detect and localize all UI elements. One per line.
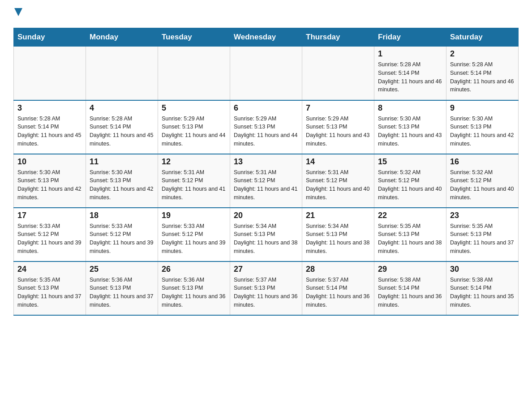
day-info: Sunrise: 5:29 AMSunset: 5:13 PMDaylight:…	[162, 115, 226, 148]
calendar-cell: 2Sunrise: 5:28 AMSunset: 5:14 PMDaylight…	[446, 47, 519, 100]
calendar-table: SundayMondayTuesdayWednesdayThursdayFrid…	[13, 28, 519, 316]
calendar-cell	[302, 47, 374, 100]
column-header-wednesday: Wednesday	[230, 28, 302, 47]
calendar-cell: 14Sunrise: 5:31 AMSunset: 5:12 PMDayligh…	[302, 154, 374, 208]
calendar-cell	[86, 47, 158, 100]
day-number: 11	[90, 157, 154, 167]
day-info: Sunrise: 5:38 AMSunset: 5:14 PMDaylight:…	[378, 276, 442, 309]
day-number: 27	[234, 265, 298, 274]
day-info: Sunrise: 5:35 AMSunset: 5:13 PMDaylight:…	[450, 222, 515, 256]
day-info: Sunrise: 5:30 AMSunset: 5:13 PMDaylight:…	[378, 115, 442, 148]
day-number: 3	[17, 103, 82, 113]
day-number: 21	[306, 211, 370, 220]
day-info: Sunrise: 5:29 AMSunset: 5:13 PMDaylight:…	[234, 115, 298, 148]
logo-triangle-icon	[14, 8, 22, 16]
logo	[13, 9, 22, 19]
day-number: 18	[90, 211, 154, 220]
day-number: 9	[450, 103, 515, 113]
calendar-cell: 19Sunrise: 5:33 AMSunset: 5:12 PMDayligh…	[158, 208, 230, 261]
calendar-cell: 21Sunrise: 5:34 AMSunset: 5:13 PMDayligh…	[302, 208, 374, 261]
calendar-cell: 24Sunrise: 5:35 AMSunset: 5:13 PMDayligh…	[14, 261, 86, 315]
day-info: Sunrise: 5:31 AMSunset: 5:12 PMDaylight:…	[306, 168, 370, 202]
day-info: Sunrise: 5:28 AMSunset: 5:14 PMDaylight:…	[90, 115, 154, 148]
column-header-saturday: Saturday	[446, 28, 519, 47]
day-number: 12	[162, 157, 226, 167]
calendar-week-row: 3Sunrise: 5:28 AMSunset: 5:14 PMDaylight…	[14, 100, 519, 154]
day-info: Sunrise: 5:36 AMSunset: 5:13 PMDaylight:…	[90, 276, 154, 309]
day-number: 15	[378, 157, 442, 167]
calendar-week-row: 24Sunrise: 5:35 AMSunset: 5:13 PMDayligh…	[14, 261, 519, 315]
day-info: Sunrise: 5:30 AMSunset: 5:13 PMDaylight:…	[90, 168, 154, 202]
day-info: Sunrise: 5:28 AMSunset: 5:14 PMDaylight:…	[17, 115, 82, 148]
day-number: 16	[450, 157, 515, 167]
day-number: 4	[90, 103, 154, 113]
day-number: 24	[17, 265, 82, 274]
day-number: 7	[306, 103, 370, 113]
calendar-cell: 13Sunrise: 5:31 AMSunset: 5:12 PMDayligh…	[230, 154, 302, 208]
day-info: Sunrise: 5:32 AMSunset: 5:12 PMDaylight:…	[378, 168, 442, 202]
column-header-friday: Friday	[374, 28, 446, 47]
calendar-cell: 12Sunrise: 5:31 AMSunset: 5:12 PMDayligh…	[158, 154, 230, 208]
calendar-cell	[14, 47, 86, 100]
calendar-cell: 5Sunrise: 5:29 AMSunset: 5:13 PMDaylight…	[158, 100, 230, 154]
day-info: Sunrise: 5:30 AMSunset: 5:13 PMDaylight:…	[450, 115, 515, 148]
day-number: 28	[306, 265, 370, 274]
day-number: 8	[378, 103, 442, 113]
day-number: 25	[90, 265, 154, 274]
day-info: Sunrise: 5:28 AMSunset: 5:14 PMDaylight:…	[378, 60, 442, 94]
day-info: Sunrise: 5:33 AMSunset: 5:12 PMDaylight:…	[162, 222, 226, 256]
day-number: 19	[162, 211, 226, 220]
calendar-cell: 29Sunrise: 5:38 AMSunset: 5:14 PMDayligh…	[374, 261, 446, 315]
calendar-cell: 20Sunrise: 5:34 AMSunset: 5:13 PMDayligh…	[230, 208, 302, 261]
day-number: 10	[17, 157, 82, 167]
day-info: Sunrise: 5:35 AMSunset: 5:13 PMDaylight:…	[378, 222, 442, 256]
day-info: Sunrise: 5:32 AMSunset: 5:12 PMDaylight:…	[450, 168, 515, 202]
calendar-week-row: 1Sunrise: 5:28 AMSunset: 5:14 PMDaylight…	[14, 47, 519, 100]
calendar-cell	[230, 47, 302, 100]
calendar-cell: 18Sunrise: 5:33 AMSunset: 5:12 PMDayligh…	[86, 208, 158, 261]
day-info: Sunrise: 5:38 AMSunset: 5:14 PMDaylight:…	[450, 276, 515, 309]
calendar-cell: 22Sunrise: 5:35 AMSunset: 5:13 PMDayligh…	[374, 208, 446, 261]
calendar-cell: 3Sunrise: 5:28 AMSunset: 5:14 PMDaylight…	[14, 100, 86, 154]
column-header-monday: Monday	[86, 28, 158, 47]
svg-marker-0	[14, 8, 22, 16]
day-number: 14	[306, 157, 370, 167]
calendar-cell: 17Sunrise: 5:33 AMSunset: 5:12 PMDayligh…	[14, 208, 86, 261]
day-number: 23	[450, 211, 515, 220]
day-info: Sunrise: 5:34 AMSunset: 5:13 PMDaylight:…	[306, 222, 370, 256]
day-number: 29	[378, 265, 442, 274]
day-number: 26	[162, 265, 226, 274]
day-info: Sunrise: 5:31 AMSunset: 5:12 PMDaylight:…	[162, 168, 226, 202]
calendar-cell: 23Sunrise: 5:35 AMSunset: 5:13 PMDayligh…	[446, 208, 519, 261]
day-number: 6	[234, 103, 298, 113]
day-info: Sunrise: 5:30 AMSunset: 5:13 PMDaylight:…	[17, 168, 82, 202]
day-number: 20	[234, 211, 298, 220]
day-info: Sunrise: 5:34 AMSunset: 5:13 PMDaylight:…	[234, 222, 298, 256]
calendar-cell: 10Sunrise: 5:30 AMSunset: 5:13 PMDayligh…	[14, 154, 86, 208]
calendar-cell: 25Sunrise: 5:36 AMSunset: 5:13 PMDayligh…	[86, 261, 158, 315]
calendar-cell	[158, 47, 230, 100]
day-info: Sunrise: 5:33 AMSunset: 5:12 PMDaylight:…	[17, 222, 82, 256]
calendar-cell: 4Sunrise: 5:28 AMSunset: 5:14 PMDaylight…	[86, 100, 158, 154]
day-number: 30	[450, 265, 515, 274]
calendar-header-row: SundayMondayTuesdayWednesdayThursdayFrid…	[14, 28, 519, 47]
calendar-cell: 16Sunrise: 5:32 AMSunset: 5:12 PMDayligh…	[446, 154, 519, 208]
calendar-cell: 11Sunrise: 5:30 AMSunset: 5:13 PMDayligh…	[86, 154, 158, 208]
day-info: Sunrise: 5:37 AMSunset: 5:13 PMDaylight:…	[234, 276, 298, 309]
page-header	[13, 9, 519, 19]
column-header-sunday: Sunday	[14, 28, 86, 47]
calendar-cell: 28Sunrise: 5:37 AMSunset: 5:14 PMDayligh…	[302, 261, 374, 315]
column-header-tuesday: Tuesday	[158, 28, 230, 47]
calendar-cell: 8Sunrise: 5:30 AMSunset: 5:13 PMDaylight…	[374, 100, 446, 154]
calendar-week-row: 17Sunrise: 5:33 AMSunset: 5:12 PMDayligh…	[14, 208, 519, 261]
column-header-thursday: Thursday	[302, 28, 374, 47]
calendar-cell: 6Sunrise: 5:29 AMSunset: 5:13 PMDaylight…	[230, 100, 302, 154]
calendar-week-row: 10Sunrise: 5:30 AMSunset: 5:13 PMDayligh…	[14, 154, 519, 208]
day-info: Sunrise: 5:36 AMSunset: 5:13 PMDaylight:…	[162, 276, 226, 309]
calendar-cell: 7Sunrise: 5:29 AMSunset: 5:13 PMDaylight…	[302, 100, 374, 154]
day-info: Sunrise: 5:31 AMSunset: 5:12 PMDaylight:…	[234, 168, 298, 202]
day-number: 17	[17, 211, 82, 220]
calendar-cell: 9Sunrise: 5:30 AMSunset: 5:13 PMDaylight…	[446, 100, 519, 154]
day-info: Sunrise: 5:35 AMSunset: 5:13 PMDaylight:…	[17, 276, 82, 309]
calendar-cell: 27Sunrise: 5:37 AMSunset: 5:13 PMDayligh…	[230, 261, 302, 315]
